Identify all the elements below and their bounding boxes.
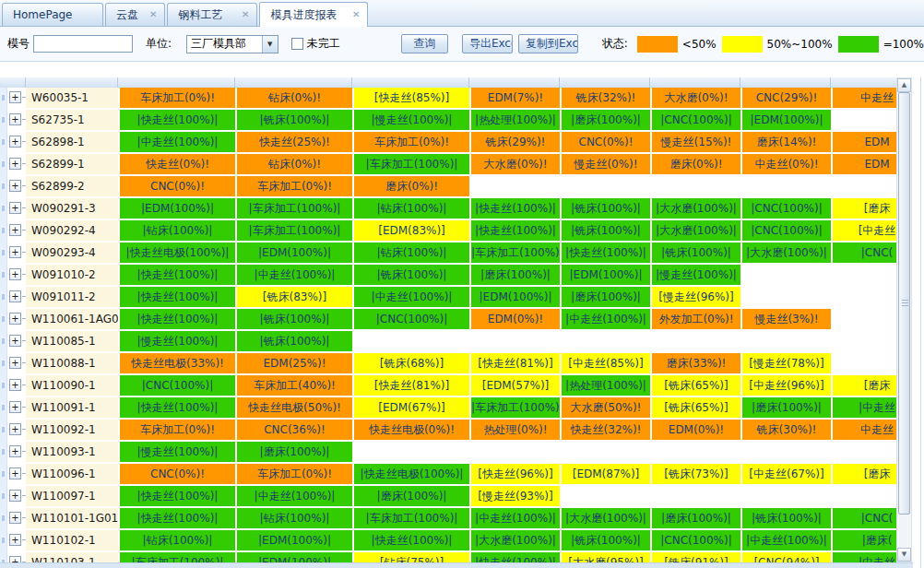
plus-icon[interactable]: + — [9, 534, 21, 546]
mold-id-cell[interactable]: S62899-2 — [26, 176, 118, 196]
process-cell[interactable]: 磨床(0%)! — [354, 176, 469, 196]
plus-icon[interactable]: + — [9, 357, 21, 369]
process-cell[interactable]: [铣床(65%)] — [652, 375, 740, 396]
unit-dropdown[interactable]: 三厂模具部 ▼ — [186, 35, 278, 53]
mold-id-cell[interactable]: W110097-1 — [26, 486, 118, 506]
process-cell[interactable]: [快走丝(96%)] — [471, 464, 560, 484]
process-cell[interactable]: 中走丝 — [833, 420, 896, 440]
process-cell[interactable]: |快走丝电极(100%)| — [354, 464, 469, 484]
process-cell[interactable]: 车床加工(0%)! — [120, 420, 235, 440]
mold-id-cell[interactable]: W60035-1 — [26, 88, 118, 108]
process-cell[interactable]: |钻床(100%)| — [120, 220, 235, 241]
process-cell[interactable]: |车床加工(100%)| — [354, 508, 469, 528]
process-cell[interactable]: |铣床(100%)| — [562, 530, 650, 550]
process-cell[interactable]: |大水磨(100%)| — [742, 243, 831, 263]
mold-id-cell[interactable]: W110090-1 — [26, 375, 118, 396]
process-cell[interactable]: |铣床(100%)| — [354, 265, 469, 285]
plus-icon[interactable]: + — [9, 423, 21, 435]
process-cell[interactable]: 钻床(0%)! — [237, 88, 352, 108]
process-cell[interactable]: |钻床(100%)| — [354, 198, 469, 219]
process-cell[interactable]: |CNC(100%)| — [742, 198, 831, 219]
process-cell[interactable]: |EDM(100%)| — [237, 243, 352, 263]
process-cell[interactable]: 车床加工(0%)! — [237, 176, 352, 196]
process-cell[interactable]: |热处理(100%)| — [471, 110, 560, 130]
expand-button[interactable]: + — [7, 220, 26, 241]
process-cell[interactable]: |CNC( — [833, 508, 896, 528]
plus-icon[interactable]: + — [9, 490, 21, 502]
mold-id-cell[interactable]: W091010-2 — [26, 265, 118, 285]
process-cell[interactable]: [铣床(91%)] — [652, 552, 740, 562]
unfinished-checkbox[interactable] — [291, 38, 303, 50]
expand-button[interactable]: + — [7, 265, 26, 285]
close-icon[interactable]: ✕ — [138, 10, 157, 19]
process-cell[interactable]: |中走丝(100%)| — [742, 530, 831, 550]
chevron-down-icon[interactable]: ▼ — [262, 36, 278, 53]
process-cell[interactable]: [磨床 — [833, 375, 896, 396]
mold-id-cell[interactable]: W090291-3 — [26, 198, 118, 219]
plus-icon[interactable]: + — [9, 335, 21, 347]
plus-icon[interactable]: + — [9, 136, 21, 148]
export-excel-button[interactable]: 导出Exce — [462, 34, 513, 53]
expand-button[interactable]: + — [7, 552, 26, 562]
process-cell[interactable]: |CNC(100%)| — [652, 530, 740, 550]
process-cell[interactable]: |磨床(100%)| — [471, 265, 560, 285]
mold-id-cell[interactable]: W110093-1 — [26, 442, 118, 462]
expand-button[interactable]: + — [7, 132, 26, 152]
process-cell[interactable]: 慢走丝(3%)! — [742, 309, 831, 329]
process-cell[interactable]: 钻床(0%)! — [237, 154, 352, 174]
process-cell[interactable]: |车床加工(100%)| — [237, 220, 352, 241]
plus-icon[interactable]: + — [9, 180, 21, 192]
mold-id-cell[interactable]: S62899-1 — [26, 154, 118, 174]
process-cell[interactable]: |慢走丝(100%)| — [354, 110, 469, 130]
process-cell[interactable]: [EDM(67%)] — [354, 397, 469, 418]
process-cell[interactable]: [中走丝 — [833, 220, 896, 241]
process-cell[interactable]: |铣床(100%)| — [237, 309, 352, 329]
mold-id-cell[interactable]: W090292-4 — [26, 220, 118, 241]
plus-icon[interactable]: + — [9, 290, 21, 302]
process-cell[interactable]: 铣床(29%)! — [471, 132, 560, 152]
expand-button[interactable]: + — [7, 375, 26, 396]
process-cell[interactable]: |中走丝 — [833, 552, 896, 562]
mold-id-cell[interactable]: S62898-1 — [26, 132, 118, 152]
process-cell[interactable]: |中走丝(100%)| — [471, 508, 560, 528]
process-cell[interactable]: CNC(0%)! — [562, 132, 650, 152]
process-cell[interactable]: |快走丝电极(100%)| — [120, 243, 235, 263]
close-icon[interactable]: ✕ — [231, 10, 249, 19]
process-cell[interactable]: |EDM(100%)| — [237, 530, 352, 550]
expand-button[interactable]: + — [7, 88, 26, 108]
process-cell[interactable]: |车床加工(100%)| — [471, 243, 560, 263]
process-cell[interactable]: 车床加工(0%)! — [237, 464, 352, 484]
process-cell[interactable]: |EDM(100%)| — [562, 265, 650, 285]
process-cell[interactable]: |磨床(100%)| — [742, 397, 831, 418]
process-cell[interactable]: |快走丝(100%)| — [120, 265, 235, 285]
expand-button[interactable]: + — [7, 154, 26, 174]
process-cell[interactable]: |大水磨(100%)| — [652, 198, 740, 219]
expand-button[interactable]: + — [7, 508, 26, 528]
process-cell[interactable]: [EDM(83%)] — [354, 220, 469, 241]
process-cell[interactable]: EDM — [833, 132, 896, 152]
mold-id-cell[interactable]: W090293-4 — [26, 243, 118, 263]
scroll-down-icon[interactable]: ▼ — [897, 548, 911, 562]
process-cell[interactable]: |EDM(100%)| — [120, 198, 235, 219]
process-cell[interactable]: EDM(25%)! — [237, 353, 352, 373]
expand-button[interactable]: + — [7, 486, 26, 506]
process-cell[interactable]: |车床加工(100%)| — [237, 198, 352, 219]
process-cell[interactable]: [中走丝(96%)] — [742, 375, 831, 396]
plus-icon[interactable]: + — [9, 467, 21, 479]
process-cell[interactable]: |快走丝(100%)| — [471, 220, 560, 241]
process-cell[interactable]: [铣床(73%)] — [652, 464, 740, 484]
process-cell[interactable]: [慢走丝(93%)] — [471, 486, 560, 506]
plus-icon[interactable]: + — [9, 246, 21, 258]
tab-钢料工艺[interactable]: 钢料工艺✕ — [167, 3, 257, 26]
mold-number-input[interactable] — [33, 35, 133, 53]
plus-icon[interactable]: + — [9, 379, 21, 391]
plus-icon[interactable]: + — [9, 512, 21, 524]
process-cell[interactable]: [EDM(87%)] — [562, 464, 650, 484]
process-cell[interactable]: 车床加工(0%)! — [120, 88, 235, 108]
process-cell[interactable]: [磨床 — [833, 464, 896, 484]
process-cell[interactable]: |铣床(100%)| — [237, 331, 352, 351]
process-cell[interactable]: EDM — [833, 154, 896, 174]
process-cell[interactable]: |CNC(100%)| — [354, 309, 469, 329]
mold-id-cell[interactable]: W110096-1 — [26, 464, 118, 484]
scrollbar-thumb[interactable] — [898, 92, 910, 515]
